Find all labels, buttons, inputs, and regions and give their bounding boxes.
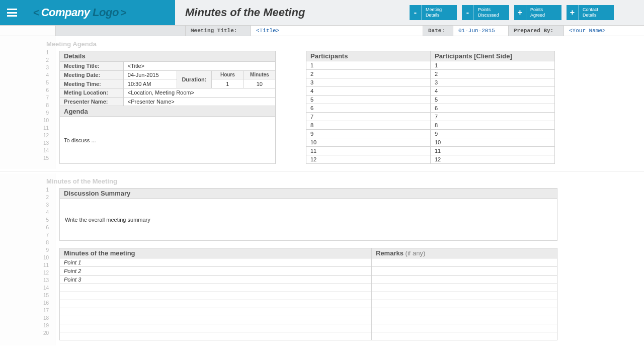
- row-number: 4: [0, 209, 49, 216]
- discussion-summary-table: Discussion Summary Write the overall mee…: [59, 188, 557, 241]
- remarks-cell[interactable]: [372, 292, 557, 300]
- minutes-point-cell[interactable]: [60, 300, 372, 308]
- participant-cell[interactable]: 12: [306, 155, 431, 164]
- minutes-point-cell[interactable]: [60, 316, 372, 324]
- participant-client-cell[interactable]: 1: [431, 61, 555, 70]
- row-number: 15: [0, 154, 49, 162]
- hours-value[interactable]: 1: [212, 79, 244, 88]
- remarks-cell[interactable]: [372, 258, 557, 267]
- remarks-cell[interactable]: [372, 284, 557, 292]
- details-table: Details Meeting Title: <Title> Meeting D…: [59, 51, 276, 164]
- minutes-point-cell[interactable]: [60, 292, 372, 300]
- page-title-area: Minutes of the Meeting: [175, 0, 410, 25]
- row-number: 12: [0, 269, 49, 277]
- participant-cell[interactable]: 8: [306, 121, 431, 130]
- minutes-point-cell[interactable]: Point 3: [60, 276, 372, 284]
- row-number: 20: [0, 329, 49, 337]
- nav-buttons: - MeetingDetails - PointsDiscussed + Poi…: [410, 0, 644, 25]
- summary-header: Discussion Summary: [60, 189, 557, 199]
- nav-points-discussed-button[interactable]: - PointsDiscussed: [462, 5, 509, 20]
- row-gutter-minutes: 1234567891011121314151617181920: [0, 173, 55, 345]
- row-number: 13: [0, 139, 49, 147]
- row-number: 7: [0, 94, 49, 102]
- participant-cell[interactable]: 1: [306, 61, 431, 70]
- hamburger-menu-button[interactable]: [0, 0, 24, 25]
- minus-icon: -: [410, 5, 422, 20]
- nav-meeting-details-button[interactable]: - MeetingDetails: [410, 5, 457, 20]
- row-number: 10: [0, 254, 49, 261]
- meeting-time-label: Meeting Time:: [60, 79, 124, 88]
- details-header: Details: [60, 51, 276, 62]
- minutes-value[interactable]: 10: [244, 79, 275, 88]
- meeting-date-label: Meeting Date:: [60, 70, 124, 79]
- meta-prepared-label: Prepared By:: [508, 26, 564, 36]
- participant-client-cell[interactable]: 6: [431, 104, 555, 113]
- location-value[interactable]: <Location, Meeting Room>: [123, 88, 275, 97]
- participant-client-cell[interactable]: 2: [431, 70, 555, 78]
- participant-client-cell[interactable]: 7: [431, 113, 555, 121]
- row-number: 15: [0, 292, 49, 299]
- logo-bracket-right: >: [121, 7, 127, 19]
- participant-client-cell[interactable]: 5: [431, 96, 555, 104]
- row-number: 7: [0, 231, 49, 239]
- participant-client-cell[interactable]: 10: [431, 138, 555, 147]
- participants-header: Participants: [306, 51, 431, 61]
- row-number: 5: [0, 216, 49, 224]
- meta-title-value[interactable]: <Title>: [251, 26, 423, 36]
- participant-client-cell[interactable]: 8: [431, 121, 555, 130]
- remarks-cell[interactable]: [372, 276, 557, 284]
- row-number: 9: [0, 109, 49, 117]
- row-number: 13: [0, 277, 49, 284]
- participant-client-cell[interactable]: 11: [431, 147, 555, 155]
- remarks-cell[interactable]: [372, 332, 557, 340]
- meeting-title-value[interactable]: <Title>: [123, 61, 275, 70]
- row-number: 8: [0, 239, 49, 246]
- meta-title-label: Meeting Title:: [185, 26, 251, 36]
- row-number: 6: [0, 224, 49, 231]
- minutes-point-cell[interactable]: [60, 284, 372, 292]
- row-number: 2: [0, 56, 49, 64]
- minutes-table: Minutes of the meeting Remarks (if any) …: [59, 248, 557, 340]
- participant-cell[interactable]: 4: [306, 87, 431, 96]
- nav-contact-details-button[interactable]: + ContactDetails: [567, 5, 614, 20]
- minutes-point-cell[interactable]: [60, 332, 372, 340]
- participant-cell[interactable]: 6: [306, 104, 431, 113]
- row-number: 9: [0, 246, 49, 254]
- remarks-cell[interactable]: [372, 324, 557, 332]
- minutes-point-cell[interactable]: [60, 308, 372, 316]
- row-number: 3: [0, 201, 49, 209]
- nav-points-agreed-button[interactable]: + PointsAgreed: [514, 5, 561, 20]
- participant-client-cell[interactable]: 3: [431, 78, 555, 87]
- participant-client-cell[interactable]: 4: [431, 87, 555, 96]
- remarks-cell[interactable]: [372, 300, 557, 308]
- presenter-label: Presenter Name:: [60, 97, 124, 106]
- minutes-point-cell[interactable]: Point 1: [60, 258, 372, 267]
- participant-cell[interactable]: 7: [306, 113, 431, 121]
- participant-cell[interactable]: 10: [306, 138, 431, 147]
- meeting-time-value[interactable]: 10:30 AM: [123, 79, 177, 88]
- agenda-body[interactable]: To discuss ...: [60, 117, 276, 164]
- participant-client-cell[interactable]: 9: [431, 130, 555, 138]
- meta-date-value[interactable]: 01-Jun-2015: [453, 26, 508, 36]
- participant-client-cell[interactable]: 12: [431, 155, 555, 164]
- meeting-date-value[interactable]: 04-Jun-2015: [123, 70, 177, 79]
- participant-cell[interactable]: 9: [306, 130, 431, 138]
- minutes-point-cell[interactable]: [60, 324, 372, 332]
- remarks-header: Remarks (if any): [372, 248, 557, 258]
- participant-cell[interactable]: 5: [306, 96, 431, 104]
- row-number: 19: [0, 322, 49, 329]
- summary-body[interactable]: Write the overall meeting summary: [60, 199, 557, 241]
- participant-cell[interactable]: 3: [306, 78, 431, 87]
- remarks-cell[interactable]: [372, 267, 557, 276]
- participant-cell[interactable]: 11: [306, 147, 431, 155]
- meta-bar: Meeting Title: <Title> Date: 01-Jun-2015…: [0, 25, 644, 36]
- remarks-cell[interactable]: [372, 316, 557, 324]
- row-number: 17: [0, 307, 49, 314]
- presenter-value[interactable]: <Presenter Name>: [123, 97, 275, 106]
- row-number: 11: [0, 124, 49, 132]
- remarks-cell[interactable]: [372, 308, 557, 316]
- meta-prepared-value[interactable]: <Your Name>: [564, 26, 644, 36]
- minus-icon: -: [462, 5, 474, 20]
- minutes-point-cell[interactable]: Point 2: [60, 267, 372, 276]
- participant-cell[interactable]: 2: [306, 70, 431, 78]
